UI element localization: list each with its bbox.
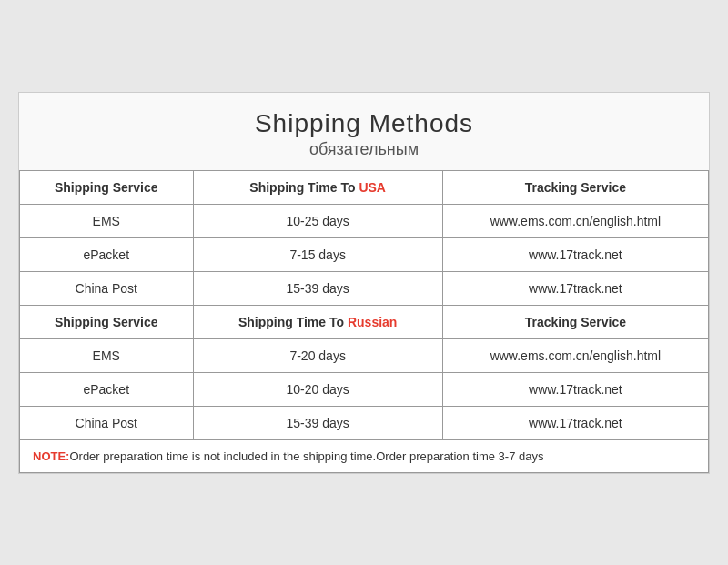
note-label: NOTE: — [33, 449, 69, 463]
russian-r1-service: EMS — [20, 338, 194, 372]
russian-col2-prefix: Shipping Time To — [238, 315, 348, 329]
usa-r3-time: 15-39 days — [193, 271, 442, 305]
main-container: Shipping Methods обязательным Shipping S… — [18, 92, 710, 474]
usa-col3-header: Tracking Service — [442, 170, 708, 204]
note-cell: NOTE:Order preparation time is not inclu… — [20, 439, 709, 472]
russian-col3-header: Tracking Service — [442, 305, 708, 338]
russian-r2-tracking: www.17track.net — [442, 372, 708, 406]
main-title: Shipping Methods — [28, 109, 700, 138]
russian-r3-time: 15-39 days — [193, 406, 442, 439]
usa-r1-time: 10-25 days — [193, 204, 442, 237]
russian-row-1: EMS 7-20 days www.ems.com.cn/english.htm… — [20, 338, 709, 372]
russian-r3-service: China Post — [20, 406, 194, 439]
note-text: Order preparation time is not included i… — [69, 449, 543, 463]
sub-title: обязательным — [28, 140, 700, 159]
usa-r3-tracking: www.17track.net — [442, 271, 708, 305]
russian-col1-header: Shipping Service — [20, 305, 194, 338]
russian-col2-header: Shipping Time To Russian — [193, 305, 442, 338]
usa-col2-prefix: Shipping Time To — [249, 180, 359, 195]
usa-r2-time: 7-15 days — [193, 237, 442, 271]
russian-r2-time: 10-20 days — [193, 372, 442, 406]
usa-header-row: Shipping Service Shipping Time To USA Tr… — [20, 170, 709, 204]
russian-r2-service: ePacket — [20, 372, 194, 406]
russian-r1-time: 7-20 days — [193, 338, 442, 372]
usa-row-3: China Post 15-39 days www.17track.net — [20, 271, 709, 305]
russian-r1-tracking: www.ems.com.cn/english.html — [442, 338, 708, 372]
shipping-table: Shipping Service Shipping Time To USA Tr… — [19, 170, 709, 473]
title-section: Shipping Methods обязательным — [19, 93, 709, 170]
usa-r2-tracking: www.17track.net — [442, 237, 708, 271]
russian-r3-tracking: www.17track.net — [442, 406, 708, 439]
note-row: NOTE:Order preparation time is not inclu… — [20, 439, 709, 472]
russian-accent: Russian — [348, 315, 397, 329]
usa-col2-header: Shipping Time To USA — [193, 170, 442, 204]
russian-header-row: Shipping Service Shipping Time To Russia… — [20, 305, 709, 338]
russian-row-3: China Post 15-39 days www.17track.net — [20, 406, 709, 439]
russian-row-2: ePacket 10-20 days www.17track.net — [20, 372, 709, 406]
usa-r2-service: ePacket — [20, 237, 194, 271]
usa-accent: USA — [359, 180, 386, 195]
usa-col1-header: Shipping Service — [20, 170, 194, 204]
usa-row-2: ePacket 7-15 days www.17track.net — [20, 237, 709, 271]
usa-r3-service: China Post — [20, 271, 194, 305]
usa-row-1: EMS 10-25 days www.ems.com.cn/english.ht… — [20, 204, 709, 237]
usa-r1-tracking: www.ems.com.cn/english.html — [442, 204, 708, 237]
usa-r1-service: EMS — [20, 204, 194, 237]
